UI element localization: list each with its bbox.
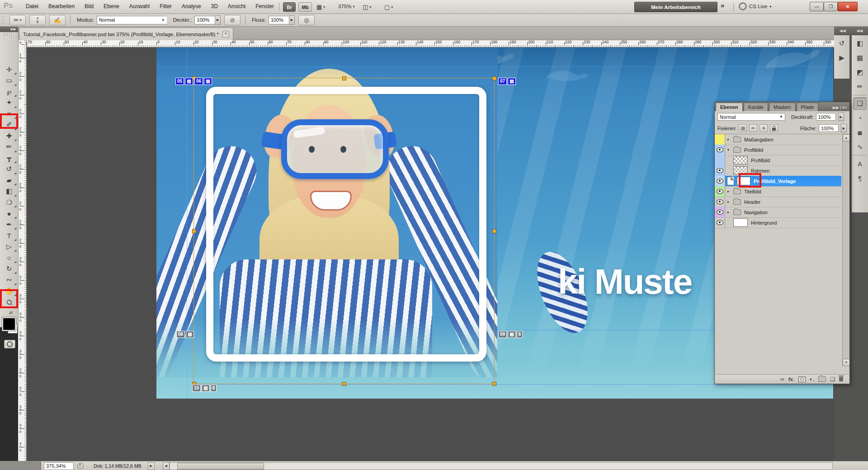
- transform-handle[interactable]: [492, 229, 496, 233]
- layer-opacity-input[interactable]: 100%: [816, 113, 836, 121]
- transform-handle[interactable]: [492, 76, 496, 80]
- layer-thumbnail[interactable]: [733, 166, 748, 175]
- layer-thumbnail[interactable]: [733, 156, 748, 164]
- actions-panel-button[interactable]: ▶: [835, 52, 849, 64]
- slice-badge-10[interactable]: 10▨8: [192, 385, 217, 392]
- drag-grip[interactable]: [2, 16, 4, 24]
- layer-row-rahmen[interactable]: Rahmen: [715, 165, 841, 176]
- link-layers-icon[interactable]: ∞: [780, 376, 784, 382]
- expand-triangle-icon[interactable]: ▸: [725, 137, 731, 141]
- swatches-panel-button[interactable]: ▦: [853, 52, 867, 64]
- layer-row-header[interactable]: ▸Header: [715, 197, 841, 207]
- slice-badge-05[interactable]: 05▨: [175, 78, 193, 85]
- slice-badge-08[interactable]: 08▨: [176, 331, 194, 338]
- expand-triangle-icon[interactable]: ▸: [725, 189, 731, 193]
- blend-mode-select[interactable]: Normal▼: [97, 16, 167, 24]
- window-minimize-button[interactable]: —: [810, 2, 824, 11]
- layer-row-navigation[interactable]: ▸Navigation: [715, 207, 841, 218]
- layers-panel-button[interactable]: ❏: [853, 97, 867, 110]
- crop-tool[interactable]: ⌗◢: [1, 108, 17, 119]
- lock-transparency-button[interactable]: ▨: [739, 124, 747, 132]
- tablet-pressure-toggle[interactable]: ✍: [49, 15, 66, 25]
- horizontal-ruler[interactable]: 7060504030201001020304050607080901001101…: [26, 40, 834, 47]
- quick-selection-tool[interactable]: ✦◢: [1, 98, 17, 108]
- rotate-3d-tool[interactable]: ↻◢: [1, 263, 17, 274]
- tab-close-icon[interactable]: ×: [222, 31, 229, 38]
- visibility-cell[interactable]: [715, 217, 725, 228]
- window-close-button[interactable]: ✕: [838, 2, 858, 11]
- slice-badge-07[interactable]: 07▨: [498, 78, 516, 85]
- expand-triangle-icon[interactable]: ▸: [725, 210, 731, 214]
- panel-tab-kanäle[interactable]: Kanäle: [744, 103, 768, 111]
- arrange-documents-button[interactable]: ◫▾: [363, 4, 371, 10]
- vertical-ruler[interactable]: 1 8 01 9 02 0 02 1 02 2 02 3 02 4 02 5 0…: [18, 40, 27, 461]
- panel-scrollbar[interactable]: ▲ ▼: [842, 134, 849, 366]
- path-selection-tool[interactable]: ▷◢: [1, 241, 17, 252]
- delete-layer-icon[interactable]: [839, 377, 843, 381]
- clone-stamp-tool[interactable]: ┳◢: [1, 153, 17, 163]
- menu-ebene[interactable]: Ebene: [99, 0, 124, 13]
- add-layer-mask-icon[interactable]: [798, 376, 806, 382]
- dodge-tool[interactable]: ●◢: [1, 208, 17, 219]
- quick-mask-button[interactable]: [4, 340, 15, 348]
- visibility-cell[interactable]: [715, 145, 725, 155]
- menu-analyse[interactable]: Analyse: [177, 0, 206, 13]
- menu-datei[interactable]: Datei: [21, 0, 43, 13]
- visibility-cell[interactable]: [715, 197, 725, 207]
- dock-collapse-bar[interactable]: ◀◀ ◀◀: [834, 26, 868, 35]
- screen-mode-button[interactable]: ▢▾: [384, 4, 393, 10]
- pen-tool[interactable]: ✒◢: [1, 219, 17, 230]
- visibility-cell[interactable]: [715, 176, 725, 186]
- scroll-up-icon[interactable]: ▲: [843, 134, 849, 141]
- flow-input[interactable]: 100%: [269, 16, 289, 24]
- layer-style-icon[interactable]: fx.: [788, 376, 794, 382]
- horizontal-scrollbar[interactable]: [170, 462, 833, 470]
- transform-handle[interactable]: [192, 229, 196, 233]
- layer-row-titelbild[interactable]: ▸Titelbild: [715, 186, 841, 197]
- scroll-left-icon[interactable]: ◀: [163, 462, 170, 470]
- guide-horizontal[interactable]: [156, 66, 833, 67]
- paths-panel-button[interactable]: ∿: [853, 141, 867, 153]
- gradient-tool[interactable]: ◧◢: [1, 186, 17, 197]
- transform-bounding-box[interactable]: [193, 78, 495, 384]
- layer-blend-mode-select[interactable]: Normal▼: [717, 113, 785, 121]
- layer-row-maßangaben[interactable]: ▸Maßangaben: [715, 134, 841, 145]
- panel-menu-icon[interactable]: ▶▶ | ▾≡: [833, 105, 849, 111]
- menu-auswahl[interactable]: Auswahl: [124, 0, 155, 13]
- layer-thumbnail[interactable]: [733, 218, 748, 227]
- layer-row-profilbild[interactable]: ▾Profilbild: [715, 145, 841, 155]
- document-tab[interactable]: Tutorial_Facebook_Profilbanner.psd bei 3…: [19, 28, 233, 40]
- slice-badge-06[interactable]: 06▨: [194, 78, 212, 85]
- menu-filter[interactable]: Filter: [155, 0, 177, 13]
- bridge-button[interactable]: Br: [283, 2, 296, 12]
- layer-fill-slider[interactable]: ▶: [841, 124, 847, 132]
- visibility-cell[interactable]: [715, 186, 725, 197]
- window-restore-button[interactable]: ❐: [824, 2, 838, 11]
- layer-row-profilbild_vorlage[interactable]: Profilbild_Vorlage: [715, 176, 841, 187]
- view-extras-button[interactable]: ▦▾: [316, 4, 325, 10]
- opacity-input[interactable]: 100%: [194, 16, 215, 24]
- brush-preset-picker[interactable]: ✏▾: [9, 15, 26, 25]
- canvas-viewport[interactable]: ki Muste 05▨06▨07▨08▨09▨810▨8: [26, 47, 834, 461]
- tablet-opacity-toggle[interactable]: ⊘: [224, 15, 241, 25]
- history-panel-button[interactable]: ↺: [835, 37, 849, 50]
- zoom-level-control[interactable]: 375%▾: [338, 4, 354, 9]
- healing-brush-tool[interactable]: ✚◢: [1, 131, 17, 141]
- color-panel-button[interactable]: ◧: [853, 37, 867, 50]
- layer-fill-input[interactable]: 100%: [819, 124, 839, 132]
- mini-bridge-button[interactable]: Mb: [298, 2, 312, 12]
- workspace-button[interactable]: Mein Arbeitsbereich: [634, 2, 717, 12]
- blur-tool[interactable]: ❍◢: [1, 197, 17, 207]
- eyedropper-tool[interactable]: ✐◢: [1, 120, 17, 130]
- type-tool[interactable]: T◢: [1, 230, 17, 241]
- menu-ansicht[interactable]: Ansicht: [223, 0, 250, 13]
- menu-fenster[interactable]: Fenster: [250, 0, 279, 13]
- toolbox-collapse-button[interactable]: ▶▶: [0, 26, 18, 32]
- paragraph-panel-button[interactable]: ¶: [853, 172, 867, 184]
- smart-object-thumbnail[interactable]: [727, 177, 734, 185]
- swap-colors-icon[interactable]: ⇄: [9, 310, 13, 315]
- drag-grip[interactable]: [4, 33, 14, 36]
- visibility-cell[interactable]: [715, 165, 725, 176]
- foreground-color-swatch[interactable]: [2, 317, 16, 331]
- layer-mask-thumbnail[interactable]: [737, 177, 750, 185]
